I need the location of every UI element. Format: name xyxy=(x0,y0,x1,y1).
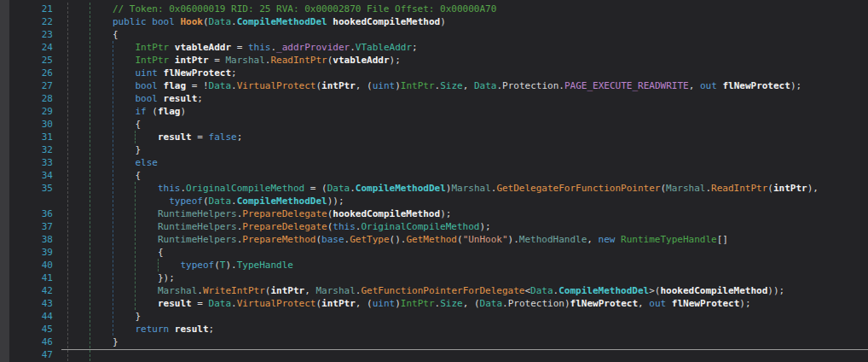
code-line-text[interactable]: } xyxy=(53,336,119,348)
code-line[interactable]: 47 xyxy=(9,348,868,361)
code-line[interactable]: 24 IntPtr vtableAddr = this._addrProvide… xyxy=(9,41,868,54)
code-line-text[interactable]: { xyxy=(53,28,119,41)
code-line[interactable]: 26 uint flNewProtect; xyxy=(9,67,868,79)
line-number: 23 xyxy=(9,28,53,41)
code-line-text[interactable]: { xyxy=(53,169,141,182)
code-line[interactable]: 35 this.OriginalCompileMethod = (Data.Co… xyxy=(9,182,868,195)
line-number: 43 xyxy=(9,297,53,310)
code-line[interactable]: 28 bool result; xyxy=(9,92,868,105)
code-line[interactable]: 34 { xyxy=(9,169,868,182)
code-line-text[interactable] xyxy=(53,348,67,361)
line-number: 36 xyxy=(9,207,53,220)
line-number xyxy=(9,195,53,207)
code-line[interactable]: 27 bool flag = !Data.VirtualProtect(intP… xyxy=(9,79,868,92)
code-line-text[interactable]: return result; xyxy=(53,323,214,336)
code-line-text[interactable]: result = false; xyxy=(53,131,242,143)
code-line-text[interactable]: RuntimeHelpers.PrepareDelegate(hookedCom… xyxy=(53,207,451,220)
code-line[interactable]: 38 RuntimeHelpers.PrepareMethod(base.Get… xyxy=(9,233,868,246)
glyph-margin xyxy=(0,0,9,362)
code-line-text[interactable]: public bool Hook(Data.CompileMethodDel h… xyxy=(53,15,446,28)
method-separator xyxy=(61,349,868,350)
code-line[interactable]: 22 public bool Hook(Data.CompileMethodDe… xyxy=(9,15,868,28)
code-editor[interactable]: 21 // Token: 0x06000019 RID: 25 RVA: 0x0… xyxy=(0,0,868,362)
code-line-text[interactable]: RuntimeHelpers.PrepareMethod(base.GetTyp… xyxy=(53,233,728,246)
code-line-text[interactable]: } xyxy=(53,310,141,323)
line-number: 27 xyxy=(9,79,53,92)
line-number: 26 xyxy=(9,67,53,79)
line-number: 28 xyxy=(9,92,53,105)
code-line-text[interactable]: RuntimeHelpers.PrepareDelegate(this.Orig… xyxy=(53,220,491,233)
code-line[interactable]: 45 return result; xyxy=(9,323,868,336)
line-number: 45 xyxy=(9,323,53,336)
line-number: 31 xyxy=(9,131,53,143)
code-line-text[interactable]: this.OriginalCompileMethod = (Data.Compi… xyxy=(53,182,819,195)
code-line-text[interactable]: result = Data.VirtualProtect(intPtr, (ui… xyxy=(53,297,751,310)
code-line-text[interactable]: bool flag = !Data.VirtualProtect(intPtr,… xyxy=(53,79,801,92)
line-number: 22 xyxy=(9,15,53,28)
code-line-text[interactable]: // Token: 0x06000019 RID: 25 RVA: 0x0000… xyxy=(53,3,496,15)
code-line-text[interactable]: typeof(Data.CompileMethodDel)); xyxy=(53,195,344,207)
code-line-text[interactable]: else xyxy=(53,156,158,169)
code-line[interactable]: 44 } xyxy=(9,310,868,323)
code-line[interactable]: 25 IntPtr intPtr = Marshal.ReadIntPtr(vt… xyxy=(9,54,868,67)
line-number: 33 xyxy=(9,156,53,169)
line-number: 46 xyxy=(9,336,53,348)
code-line[interactable]: 21 // Token: 0x06000019 RID: 25 RVA: 0x0… xyxy=(9,3,868,15)
code-line-text[interactable]: typeof(T).TypeHandle xyxy=(53,259,293,272)
code-line[interactable]: 42 Marshal.WriteIntPtr(intPtr, Marshal.G… xyxy=(9,284,868,297)
line-number: 44 xyxy=(9,310,53,323)
code-line[interactable]: 40 typeof(T).TypeHandle xyxy=(9,259,868,272)
line-number: 40 xyxy=(9,259,53,272)
line-number: 21 xyxy=(9,3,53,15)
code-line-text[interactable]: { xyxy=(53,118,141,131)
code-line-text[interactable]: Marshal.WriteIntPtr(intPtr, Marshal.GetF… xyxy=(53,284,784,297)
code-line[interactable]: 29 if (flag) xyxy=(9,105,868,118)
code-line[interactable]: 46 } xyxy=(9,336,868,348)
code-line[interactable]: 30 { xyxy=(9,118,868,131)
line-number: 42 xyxy=(9,284,53,297)
code-line-text[interactable]: IntPtr intPtr = Marshal.ReadIntPtr(vtabl… xyxy=(53,54,401,67)
line-number: 25 xyxy=(9,54,53,67)
line-number: 30 xyxy=(9,118,53,131)
code-line-text[interactable]: if (flag) xyxy=(53,105,186,118)
code-line-text[interactable]: }); xyxy=(53,272,175,284)
line-number: 35 xyxy=(9,182,53,195)
line-number: 34 xyxy=(9,169,53,182)
line-number: 29 xyxy=(9,105,53,118)
line-number: 39 xyxy=(9,246,53,259)
code-line-text[interactable]: bool result; xyxy=(53,92,203,105)
code-line[interactable]: 39 { xyxy=(9,246,868,259)
code-line[interactable]: typeof(Data.CompileMethodDel)); xyxy=(9,195,868,207)
line-number: 32 xyxy=(9,143,53,156)
code-line-text[interactable]: { xyxy=(53,246,164,259)
code-line-text[interactable]: uint flNewProtect; xyxy=(53,67,237,79)
code-line[interactable]: 41 }); xyxy=(9,272,868,284)
line-number: 41 xyxy=(9,272,53,284)
line-number: 38 xyxy=(9,233,53,246)
code-line[interactable]: 32 } xyxy=(9,143,868,156)
line-number: 47 xyxy=(9,348,53,361)
code-line[interactable]: 31 result = false; xyxy=(9,131,868,143)
code-line[interactable]: 23 { xyxy=(9,28,868,41)
code-area[interactable]: 21 // Token: 0x06000019 RID: 25 RVA: 0x0… xyxy=(9,3,868,361)
code-line-text[interactable]: IntPtr vtableAddr = this._addrProvider.V… xyxy=(53,41,418,54)
code-line[interactable]: 43 result = Data.VirtualProtect(intPtr, … xyxy=(9,297,868,310)
code-line[interactable]: 33 else xyxy=(9,156,868,169)
line-number: 37 xyxy=(9,220,53,233)
line-number: 24 xyxy=(9,41,53,54)
code-line[interactable]: 37 RuntimeHelpers.PrepareDelegate(this.O… xyxy=(9,220,868,233)
code-line[interactable]: 36 RuntimeHelpers.PrepareDelegate(hooked… xyxy=(9,207,868,220)
code-line-text[interactable]: } xyxy=(53,143,141,156)
